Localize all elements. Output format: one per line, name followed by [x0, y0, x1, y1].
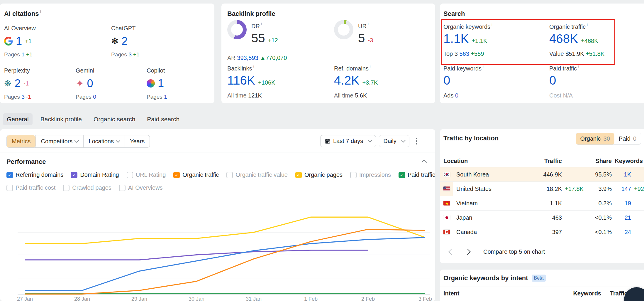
organic-traffic-value-link[interactable]: 468K	[549, 32, 578, 46]
filter-years[interactable]: Years	[125, 135, 150, 147]
location-name: Japan	[456, 214, 512, 221]
location-row-vietnam[interactable]: Vietnam1.1K0.2%19	[440, 196, 644, 211]
compare-top5-link[interactable]: Compare top 5 on chart	[483, 248, 545, 255]
more-options-kebab-icon[interactable]	[415, 137, 418, 146]
column-location[interactable]: Location	[443, 158, 512, 164]
ai-citation-perplexity: Perplexity❋2-1Pages 3 -1	[4, 67, 74, 100]
keywords-link[interactable]: 147	[621, 186, 631, 192]
metric-toggle-referring-domains[interactable]: ✓Referring domains	[6, 171, 63, 178]
location-name: Canada	[456, 229, 512, 236]
backlinks-metric: Backlinksi 116K+106K All time 121K	[227, 65, 275, 99]
info-icon[interactable]: i	[368, 22, 369, 26]
tab-paid-search[interactable]: Paid search	[143, 113, 183, 125]
filter-competitors[interactable]: Competitors	[35, 135, 83, 147]
info-icon[interactable]: i	[261, 22, 262, 26]
ai-pages-count[interactable]: 0	[93, 94, 96, 100]
chatgpt-icon: ✻	[111, 37, 118, 46]
x-tick-label: 27 Jan	[13, 296, 37, 301]
metric-toggle-organic-traffic-value[interactable]: Organic traffic value	[226, 171, 288, 178]
location-name: United States	[456, 186, 512, 192]
keywords-by-intent-card: Organic keywords by intent Beta Intent K…	[440, 270, 644, 301]
traffic-value: 18.2K	[512, 186, 562, 192]
keywords-link[interactable]: 19	[625, 200, 631, 206]
column-keywords[interactable]: Keywords	[612, 158, 643, 164]
keywords-link[interactable]: 1K	[624, 171, 631, 178]
keyw-cell: 147	[612, 186, 631, 192]
x-tick-label: 28 Jan	[70, 296, 94, 301]
info-icon[interactable]: i	[578, 64, 579, 68]
info-icon[interactable]: i	[492, 22, 492, 27]
traffic-by-location-card: Traffic by location Organic 30Paid 0 Loc…	[440, 129, 644, 263]
metric-toggle-url-rating[interactable]: URL Rating	[127, 171, 166, 178]
ai-citation-count[interactable]: 0	[87, 77, 93, 90]
ahrefs-rank: AR 393,593 ▲770,070	[227, 55, 287, 61]
info-icon[interactable]: i	[370, 64, 371, 68]
info-icon[interactable]: i	[253, 64, 254, 68]
traffic-value: 446.9K	[512, 171, 562, 178]
tab-backlink-profile[interactable]: Backlink profile	[37, 113, 86, 125]
backlinks-value-link[interactable]: 116K	[227, 73, 255, 88]
pagination-prev-icon[interactable]	[448, 248, 455, 255]
chevron-down-icon	[401, 138, 406, 143]
perplexity-icon: ❋	[4, 79, 11, 88]
info-icon[interactable]: i	[587, 22, 588, 27]
toggle-paid[interactable]: Paid 0	[614, 133, 641, 144]
tab-general[interactable]: General	[3, 113, 33, 125]
collapse-chevron-up-icon[interactable]	[421, 159, 427, 165]
location-row-south-korea[interactable]: South Korea446.9K95.5%1K	[440, 167, 644, 182]
location-row-japan[interactable]: Japan463<0.1%21	[440, 211, 644, 225]
ai-pages-count[interactable]: 3	[128, 51, 132, 58]
traffic-value: 463	[512, 214, 562, 221]
ai-citation-count[interactable]: 1	[16, 35, 22, 48]
paid-traffic-value-link[interactable]: 0	[549, 73, 556, 88]
ads-value-link[interactable]: 0	[455, 92, 458, 99]
toggle-organic[interactable]: Organic 30	[576, 133, 614, 144]
share-value: <0.1%	[585, 214, 612, 221]
organic-keywords-value-link[interactable]: 1.1K	[443, 32, 469, 46]
tab-organic-search[interactable]: Organic search	[90, 113, 139, 125]
overview-tabs: GeneralBacklink profileOrganic searchPai…	[3, 113, 183, 125]
info-icon[interactable]: i	[483, 64, 484, 68]
backlink-profile-title: Backlink profile	[227, 10, 275, 18]
filter-segmented-control: MetricsCompetitorsLocationsYears	[6, 135, 150, 148]
traffic-value: 1.1K	[512, 200, 562, 207]
ai-pages-count[interactable]: 1	[164, 94, 167, 100]
top3-value-link[interactable]: 563	[460, 51, 469, 57]
keywords-link[interactable]: 21	[625, 214, 631, 221]
flag-ca-icon	[443, 230, 450, 234]
location-row-canada[interactable]: Canada397<0.1%24	[440, 225, 644, 239]
ai-citation-count[interactable]: 2	[121, 35, 128, 48]
ai-pages-count[interactable]: 3	[21, 94, 25, 100]
column-share[interactable]: Share	[585, 158, 612, 164]
calendar-icon	[325, 138, 331, 144]
ai-citation-count[interactable]: 2	[14, 77, 21, 90]
chevron-down-icon	[116, 138, 121, 143]
filter-metrics[interactable]: Metrics	[7, 135, 35, 147]
metric-toggle-organic-traffic[interactable]: ✓Organic traffic	[173, 171, 219, 178]
pagination-next-icon[interactable]	[465, 248, 471, 255]
organic-paid-toggle: Organic 30Paid 0	[576, 133, 641, 145]
column-traffic[interactable]: Traffic	[512, 158, 562, 164]
ai-citation-gemini: Gemini✦0Pages 0	[76, 67, 146, 100]
search-card: Search Organic keywordsi 1.1K+1.1K Top 3…	[440, 4, 644, 103]
location-row-united-states[interactable]: United States18.2K+17.8K3.9%147+92	[440, 182, 644, 196]
ai-citation-copilot: Copilot1Pages 1	[147, 67, 217, 100]
filter-locations[interactable]: Locations	[83, 135, 125, 147]
ref-domains-value-link[interactable]: 4.2K	[334, 73, 359, 88]
metric-toggle-impressions[interactable]: Impressions	[350, 171, 391, 178]
ai-pages-count[interactable]: 1	[21, 51, 25, 58]
granularity-button[interactable]: Daily	[379, 135, 409, 147]
metric-toggle-domain-rating[interactable]: ✓Domain Rating	[71, 171, 119, 178]
info-icon[interactable]: i	[40, 9, 41, 14]
date-range-button[interactable]: Last 7 days	[320, 135, 376, 147]
paid-keywords-value-link[interactable]: 0	[443, 73, 450, 88]
ar-value-link[interactable]: 393,593	[237, 55, 258, 61]
x-tick-label: 29 Jan	[128, 296, 151, 301]
ai-citation-count[interactable]: 1	[158, 77, 164, 90]
metric-toggle-paid-traffic[interactable]: ✓Paid traffic	[399, 171, 435, 178]
metric-toggle-organic-pages[interactable]: ✓Organic pages	[295, 171, 343, 178]
beta-badge: Beta	[532, 275, 546, 282]
ai-source-label: Copilot	[147, 67, 217, 74]
search-title: Search	[443, 10, 465, 18]
keywords-link[interactable]: 24	[625, 229, 631, 235]
